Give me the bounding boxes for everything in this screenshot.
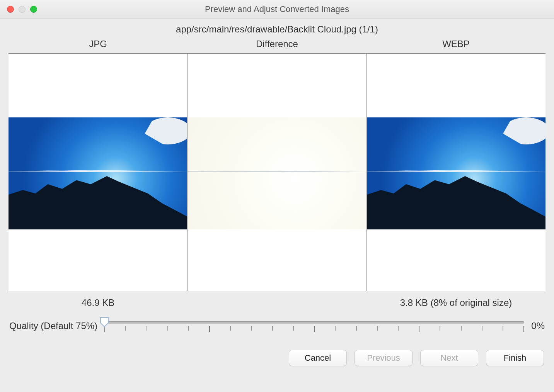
minimize-icon <box>19 6 26 13</box>
column-header-difference: Difference <box>188 37 366 53</box>
size-difference-spacer <box>188 294 366 311</box>
file-path: app/src/main/res/drawable/Backlit Cloud.… <box>9 24 545 35</box>
size-converted: 3.8 KB (8% of original size) <box>366 294 545 311</box>
size-row: 46.9 KB 3.8 KB (8% of original size) <box>9 294 545 311</box>
close-icon[interactable] <box>7 6 14 13</box>
preview-difference <box>187 54 366 291</box>
window-controls <box>7 6 37 13</box>
column-header-webp: WEBP <box>366 37 545 53</box>
cancel-button[interactable]: Cancel <box>289 350 347 366</box>
slider-thumb-icon[interactable] <box>100 317 109 328</box>
preview-jpg <box>9 54 187 291</box>
titlebar: Preview and Adjust Converted Images <box>0 0 554 19</box>
column-headers: JPG Difference WEBP <box>9 37 545 53</box>
quality-value: 0% <box>531 321 545 331</box>
preview-webp <box>366 54 545 291</box>
window-title: Preview and Adjust Converted Images <box>0 4 554 14</box>
previous-button: Previous <box>355 350 413 366</box>
button-row: Cancel Previous Next Finish <box>9 350 545 366</box>
quality-slider[interactable] <box>104 318 524 334</box>
quality-row: Quality (Default 75%) 0% <box>9 318 545 334</box>
size-original: 46.9 KB <box>9 294 188 311</box>
finish-button[interactable]: Finish <box>486 350 544 366</box>
preview-row <box>9 53 545 291</box>
column-header-jpg: JPG <box>9 37 188 53</box>
next-button: Next <box>420 350 478 366</box>
quality-label: Quality (Default 75%) <box>9 321 97 331</box>
zoom-icon[interactable] <box>30 6 37 13</box>
